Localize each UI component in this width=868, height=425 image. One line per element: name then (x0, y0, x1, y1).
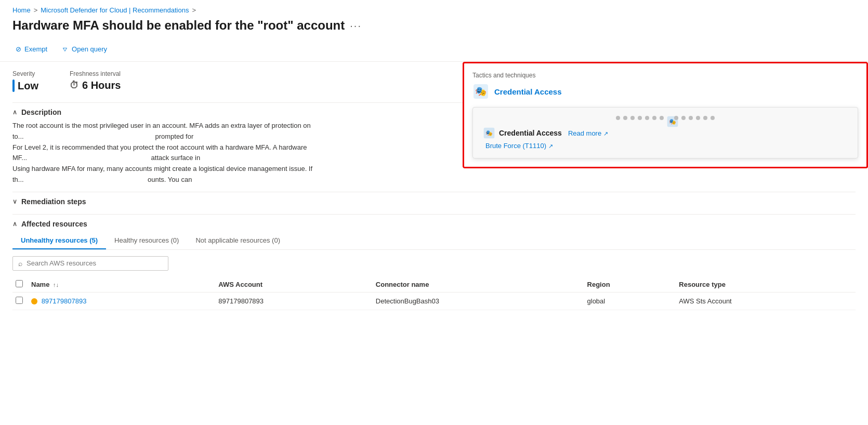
freshness-text: 6 Hours (82, 79, 121, 91)
svg-text:🎭: 🎭 (475, 86, 487, 97)
breadcrumb-sep2: > (192, 6, 196, 14)
table-row: 897179807893 897179807893 DetectionBugBa… (12, 292, 856, 310)
tooltip-dots-row: 🎭 (483, 116, 847, 120)
dot-13 (703, 116, 707, 120)
clock-icon: ⏱ (70, 80, 79, 91)
select-all-cell (12, 277, 28, 293)
dot-10 (681, 116, 686, 120)
breadcrumb-home[interactable]: Home (12, 6, 31, 14)
dot-3 (630, 116, 635, 120)
tooltip-detail-mask-icon: 🎭 (483, 127, 495, 139)
breadcrumb-sep1: > (34, 6, 38, 14)
resource-type-cell: AWS Sts Account (676, 292, 856, 310)
remediation-title: Remediation steps (21, 197, 86, 206)
affected-resources-title: Affected resources (21, 220, 87, 228)
dot-14 (711, 116, 715, 120)
row-checkbox[interactable] (16, 297, 23, 304)
col-region: Region (584, 277, 676, 293)
affected-chevron-icon: ∧ (12, 220, 17, 228)
tactics-credential-access[interactable]: 🎭 Credential Access (472, 83, 858, 100)
aws-account-cell: 897179807893 (215, 292, 373, 310)
title-menu-icon[interactable]: ··· (350, 20, 362, 32)
severity-section: Severity Low (12, 70, 38, 92)
dot-11 (689, 116, 693, 120)
dot-5 (645, 116, 649, 120)
severity-value: Low (12, 79, 38, 92)
exempt-button[interactable]: ⊘ Exempt (12, 43, 50, 55)
open-query-label: Open query (72, 45, 107, 53)
tooltip-read-more-link[interactable]: Read more ↗ (568, 129, 608, 137)
open-query-button[interactable]: 🜄 Open query (59, 43, 110, 55)
aws-dot-icon (31, 298, 37, 304)
svg-text:🎭: 🎭 (485, 129, 493, 137)
tooltip-detail: 🎭 Credential Access Read more ↗ Brute Fo… (483, 127, 847, 150)
freshness-label: Freshness interval (70, 70, 121, 77)
brute-force-link[interactable]: Brute Force (T1110) ↗ (485, 142, 553, 150)
freshness-section: Freshness interval ⏱ 6 Hours (70, 70, 121, 91)
dot-12 (696, 116, 700, 120)
affected-resources-header[interactable]: ∧ Affected resources (12, 214, 856, 232)
dot-1 (616, 116, 620, 120)
select-all-checkbox[interactable] (16, 280, 23, 287)
dot-7 (660, 116, 664, 120)
tactics-panel: Tactics and techniques 🎭 Credential Acce… (463, 62, 868, 168)
search-input[interactable] (27, 259, 163, 267)
remediation-header[interactable]: ∨ Remediation steps (12, 192, 856, 210)
remediation-section: ∨ Remediation steps (12, 192, 856, 210)
severity-bar (12, 79, 15, 92)
external-link-icon: ↗ (603, 130, 608, 137)
tab-healthy[interactable]: Healthy resources (0) (106, 232, 187, 249)
search-bar: ⌕ (12, 256, 168, 271)
col-aws-account: AWS Account (215, 277, 373, 293)
tooltip-title: Credential Access (499, 129, 562, 137)
description-text: The root account is the most privileged … (12, 121, 376, 192)
table-header-row: Name ↑↓ AWS Account Connector name Regio… (12, 277, 856, 293)
dot-9 (674, 116, 678, 120)
col-name: Name ↑↓ (28, 277, 215, 293)
affected-resources-section: ∧ Affected resources Unhealthy resources… (12, 214, 856, 310)
region-cell: global (584, 292, 676, 310)
breadcrumb-parent[interactable]: Microsoft Defender for Cloud | Recommend… (41, 6, 189, 14)
exempt-icon: ⊘ (16, 45, 21, 53)
tactics-tooltip-card: 🎭 🎭 Credential Access (472, 107, 858, 158)
description-chevron-icon: ∧ (12, 109, 17, 116)
col-connector-name: Connector name (373, 277, 584, 293)
dot-8-active: 🎭 (667, 116, 671, 120)
resources-table: Name ↑↓ AWS Account Connector name Regio… (12, 277, 856, 310)
dot-4 (638, 116, 642, 120)
breadcrumb: Home > Microsoft Defender for Cloud | Re… (0, 0, 868, 16)
tooltip-subtechnique: Brute Force (T1110) ↗ (483, 142, 847, 150)
funnel-icon: 🜄 (62, 45, 69, 53)
severity-text: Low (18, 80, 38, 92)
dot-2 (623, 116, 627, 120)
row-checkbox-cell (12, 292, 28, 310)
tabs-row: Unhealthy resources (5) Healthy resource… (12, 232, 856, 250)
freshness-value: ⏱ 6 Hours (70, 79, 121, 91)
subtechnique-external-icon: ↗ (548, 143, 553, 149)
tooltip-title-row: 🎭 Credential Access Read more ↗ (483, 127, 847, 139)
tab-not-applicable[interactable]: Not applicable resources (0) (187, 232, 288, 249)
main-content: Severity Low Freshness interval ⏱ 6 Hour… (0, 62, 868, 318)
tactics-section-label: Tactics and techniques (472, 72, 858, 79)
page-title: Hardware MFA should be enabled for the "… (12, 18, 345, 33)
description-title: Description (21, 108, 61, 116)
connector-name-cell: DetectionBugBash03 (373, 292, 584, 310)
remediation-chevron-icon: ∨ (12, 198, 17, 205)
name-sort-icon[interactable]: ↑↓ (53, 282, 59, 288)
resource-name-cell[interactable]: 897179807893 (28, 292, 215, 310)
credential-access-label: Credential Access (494, 87, 562, 96)
search-icon: ⌕ (18, 259, 22, 268)
exempt-label: Exempt (24, 45, 47, 53)
toolbar: ⊘ Exempt 🜄 Open query (0, 41, 868, 62)
dot-6 (652, 116, 656, 120)
page-title-row: Hardware MFA should be enabled for the "… (0, 16, 868, 41)
credential-access-icon: 🎭 (472, 83, 489, 100)
col-resource-type: Resource type (676, 277, 856, 293)
severity-label: Severity (12, 70, 38, 77)
tab-unhealthy[interactable]: Unhealthy resources (5) (12, 232, 106, 249)
